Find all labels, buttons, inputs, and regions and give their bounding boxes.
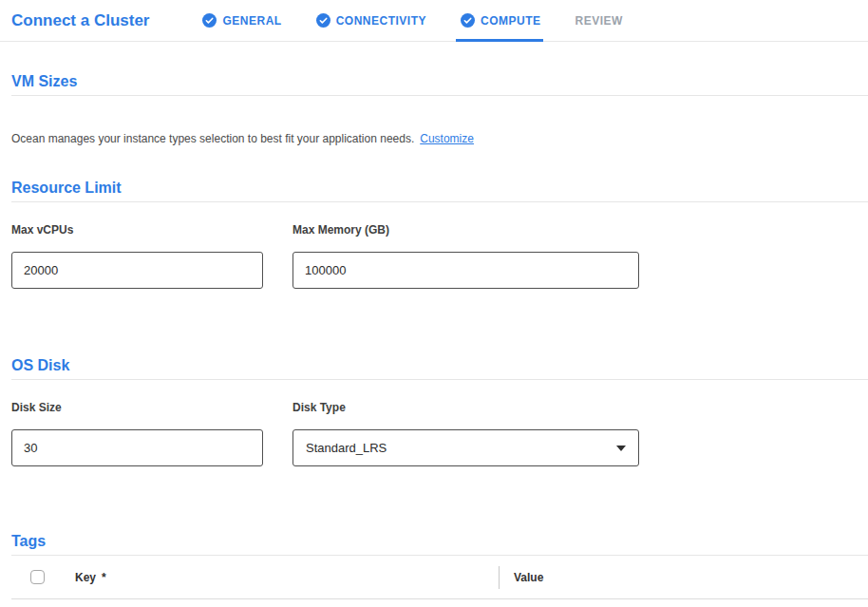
disk-size-label: Disk Size bbox=[11, 401, 263, 414]
os-disk-section: OS Disk Disk Size Disk Type Standard_LRS bbox=[11, 357, 868, 466]
vm-sizes-description-row: Ocean manages your instance types select… bbox=[11, 132, 868, 146]
tab-connectivity[interactable]: CONNECTIVITY bbox=[316, 0, 426, 41]
wizard-header: Connect a Cluster GENERAL CONNECTIVITY C… bbox=[0, 0, 868, 42]
max-memory-field: Max Memory (GB) bbox=[292, 223, 639, 289]
disk-size-field: Disk Size bbox=[11, 401, 263, 466]
resource-limit-section: Resource Limit Max vCPUs Max Memory (GB) bbox=[11, 180, 868, 289]
page-title: Connect a Cluster bbox=[11, 11, 149, 30]
customize-link[interactable]: Customize bbox=[420, 132, 474, 145]
tab-review-label: REVIEW bbox=[576, 14, 623, 28]
required-asterisk: * bbox=[102, 571, 106, 584]
vm-sizes-description: Ocean manages your instance types select… bbox=[11, 132, 414, 145]
os-disk-heading: OS Disk bbox=[11, 357, 868, 380]
check-circle-icon bbox=[461, 13, 475, 28]
vm-sizes-heading: VM Sizes bbox=[11, 73, 868, 96]
tags-key-column-header: Key* bbox=[75, 571, 499, 584]
connect-cluster-page: Connect a Cluster GENERAL CONNECTIVITY C… bbox=[0, 0, 868, 607]
max-memory-input[interactable] bbox=[292, 252, 639, 289]
os-disk-fields: Disk Size Disk Type Standard_LRS bbox=[11, 401, 868, 466]
select-all-checkbox[interactable] bbox=[30, 570, 45, 584]
vm-sizes-section: VM Sizes Ocean manages your instance typ… bbox=[11, 73, 868, 146]
check-circle-icon bbox=[202, 13, 217, 28]
tags-heading: Tags bbox=[11, 533, 868, 556]
disk-type-field: Disk Type Standard_LRS bbox=[292, 401, 639, 466]
max-vcpus-field: Max vCPUs bbox=[11, 223, 263, 289]
tab-general-label: GENERAL bbox=[222, 14, 281, 28]
disk-type-label: Disk Type bbox=[292, 401, 639, 414]
tags-value-column-header: Value bbox=[514, 571, 543, 584]
resource-limit-fields: Max vCPUs Max Memory (GB) bbox=[11, 223, 868, 289]
disk-type-select[interactable]: Standard_LRS bbox=[292, 429, 639, 466]
compute-step-content: VM Sizes Ocean manages your instance typ… bbox=[11, 73, 868, 599]
tags-section: Tags Key* Value bbox=[11, 533, 868, 599]
tab-connectivity-label: CONNECTIVITY bbox=[336, 14, 426, 28]
tab-review[interactable]: REVIEW bbox=[576, 0, 623, 41]
disk-type-selected-value: Standard_LRS bbox=[306, 441, 387, 455]
wizard-steps: GENERAL CONNECTIVITY COMPUTE REVIEW bbox=[202, 0, 622, 41]
tab-compute-label: COMPUTE bbox=[481, 14, 541, 28]
tags-table-header: Key* Value bbox=[11, 556, 868, 599]
column-divider bbox=[499, 566, 500, 589]
check-circle-icon bbox=[316, 13, 330, 28]
tab-compute[interactable]: COMPUTE bbox=[461, 0, 541, 41]
tab-general[interactable]: GENERAL bbox=[202, 0, 281, 41]
caret-down-icon bbox=[616, 446, 626, 451]
max-memory-label: Max Memory (GB) bbox=[292, 223, 639, 237]
disk-size-input[interactable] bbox=[11, 429, 263, 466]
resource-limit-heading: Resource Limit bbox=[11, 180, 868, 202]
max-vcpus-input[interactable] bbox=[11, 252, 263, 289]
tags-key-label: Key bbox=[75, 571, 96, 584]
max-vcpus-label: Max vCPUs bbox=[11, 223, 263, 237]
